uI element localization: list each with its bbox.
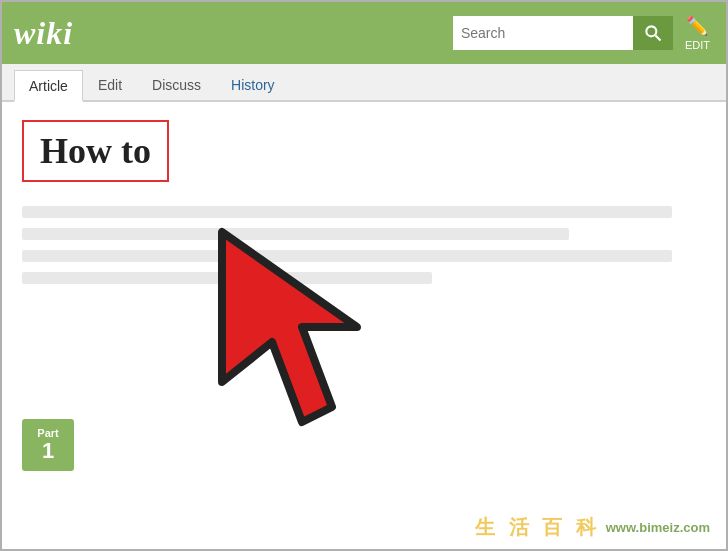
content-area: How to Part 1 生 活 百 科 www.bimeiz.com [2,102,726,551]
search-icon [643,23,663,43]
edit-label: EDIT [685,39,710,51]
watermark-chinese: 生 活 百 科 [475,514,600,541]
watermark-url: www.bimeiz.com [606,520,710,535]
search-button[interactable] [633,16,673,50]
page-wrapper: wiki ✏️ EDIT Article Edit Discuss [0,0,728,551]
header: wiki ✏️ EDIT [2,2,726,64]
edit-button[interactable]: ✏️ EDIT [681,11,714,55]
wiki-logo: wiki [14,15,73,52]
tab-bar: Article Edit Discuss History [2,64,726,102]
content-line [22,228,569,240]
content-line [22,272,432,284]
content-line [22,250,672,262]
tab-history[interactable]: History [216,68,290,100]
header-search: ✏️ EDIT [453,11,714,55]
watermark: 生 活 百 科 www.bimeiz.com [475,514,710,541]
search-input[interactable] [453,16,633,50]
svg-point-0 [646,26,656,36]
content-lines [22,206,706,284]
tab-edit[interactable]: Edit [83,68,137,100]
howto-box: How to [22,120,169,182]
tab-discuss[interactable]: Discuss [137,68,216,100]
content-line [22,206,672,218]
part-badge: Part 1 [22,419,74,471]
tab-article[interactable]: Article [14,70,83,102]
pencil-icon: ✏️ [686,15,708,37]
part-number: 1 [42,439,54,463]
howto-text: How to [40,131,151,171]
svg-line-1 [655,36,660,41]
